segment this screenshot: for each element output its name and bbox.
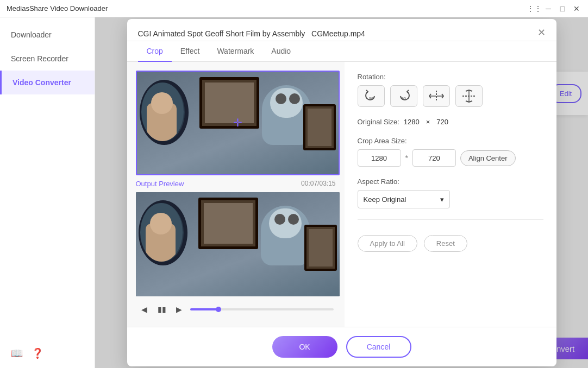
divider — [358, 219, 543, 220]
app-window: MediasShare Video Downloader ⋮⋮ ─ □ ✕ Do… — [0, 0, 588, 368]
video-area: ✛ Output Preview 00:07/03:15 — [127, 62, 345, 327]
title-bar-left: MediasShare Video Downloader — [7, 4, 108, 12]
app-content: Downloader Screen Recorder Video Convert… — [0, 17, 588, 368]
title-bar: MediasShare Video Downloader ⋮⋮ ─ □ ✕ — [0, 0, 588, 17]
video-preview-bottom — [136, 192, 340, 296]
rotate-ccw-icon: 90 — [364, 90, 379, 103]
modal-filename: CGMeetup.mp4 — [311, 29, 365, 38]
original-size-height: 720 — [436, 118, 448, 126]
sidebar-item-screen-recorder[interactable]: Screen Recorder — [0, 47, 95, 71]
progress-thumb — [216, 307, 221, 312]
aspect-ratio-section: Aspect Ratio: Keep Original ▾ — [358, 177, 543, 208]
sidebar-item-downloader[interactable]: Downloader — [0, 23, 95, 47]
crop-area-label: Crop Area Size: — [358, 137, 543, 145]
modal-footer: OK Cancel — [127, 327, 556, 366]
modal-title-prefix: CGI Animated Spot Geoff Short Film by As… — [138, 29, 305, 38]
progress-fill — [190, 308, 219, 310]
original-size-section: Original Size: 1280 × 720 — [358, 118, 543, 126]
maximize-btn[interactable]: □ — [558, 4, 567, 14]
flip-horizontal-btn[interactable] — [423, 85, 450, 107]
scene-bg: ✛ — [137, 72, 339, 174]
modal-title: CGI Animated Spot Geoff Short Film by As… — [138, 29, 365, 38]
rotate-cw-btn[interactable]: 90 — [390, 85, 417, 107]
rotation-section: Rotation: 90 — [358, 73, 543, 109]
tab-effect[interactable]: Effect — [172, 41, 209, 62]
aspect-ratio-value: Keep Original — [364, 195, 406, 204]
pause-btn[interactable]: ▮▮ — [155, 303, 168, 316]
screen-recorder-label: Screen Recorder — [11, 54, 68, 63]
sidebar: Downloader Screen Recorder Video Convert… — [0, 17, 95, 368]
modal-dialog: CGI Animated Spot Geoff Short Film by As… — [127, 19, 556, 366]
next-frame-btn[interactable]: ▶ — [173, 303, 186, 316]
apply-to-all-btn[interactable]: Apply to All — [358, 235, 417, 252]
crop-separator: * — [405, 154, 408, 162]
output-label-row: Output Preview 00:07/03:15 — [136, 177, 336, 190]
crop-crosshair[interactable]: ✛ — [233, 116, 242, 129]
close-btn[interactable]: ✕ — [572, 4, 581, 14]
crop-height-input[interactable] — [412, 149, 456, 167]
rotation-label: Rotation: — [358, 73, 543, 81]
sidebar-bottom: 📖 ❓ — [0, 339, 95, 368]
chevron-down-icon: ▾ — [440, 195, 444, 204]
flip-vertical-icon — [461, 90, 477, 103]
reset-btn[interactable]: Reset — [424, 235, 467, 252]
time-display: 00:07/03:15 — [301, 180, 335, 187]
action-buttons: Apply to All Reset — [358, 235, 543, 252]
title-bar-controls: ⋮⋮ ─ □ ✕ — [529, 4, 581, 14]
original-size-x: × — [426, 118, 430, 126]
crop-inputs: * Align Center — [358, 149, 543, 167]
modal-tabs: Crop Effect Watermark Audio — [127, 41, 556, 62]
original-size-label: Original Size: — [358, 118, 399, 126]
rotation-buttons: 90 90 — [358, 85, 543, 107]
crop-width-input[interactable] — [358, 149, 401, 167]
modal-header: CGI Animated Spot Geoff Short Film by As… — [127, 19, 556, 41]
svg-text:90: 90 — [369, 97, 373, 100]
ok-btn[interactable]: OK — [272, 336, 337, 358]
crop-area-section: Crop Area Size: * Align Center — [358, 137, 543, 169]
sidebar-item-video-converter[interactable]: Video Converter — [0, 71, 95, 94]
output-preview-label: Output Preview — [136, 180, 184, 188]
tab-crop[interactable]: Crop — [138, 41, 172, 62]
svg-text:90: 90 — [402, 97, 406, 100]
main-content: Edit Convert CGI Animated Spot Geoff Sho… — [95, 17, 588, 368]
title-bar-more-btn[interactable]: ⋮⋮ — [529, 4, 539, 14]
prev-frame-btn[interactable]: ◀ — [138, 303, 151, 316]
align-center-btn[interactable]: Align Center — [460, 150, 516, 166]
video-controls: ◀ ▮▮ ▶ — [136, 299, 336, 318]
tab-audio[interactable]: Audio — [262, 41, 299, 62]
cancel-btn[interactable]: Cancel — [346, 336, 411, 358]
book-icon[interactable]: 📖 — [11, 347, 23, 359]
modal-body: ✛ Output Preview 00:07/03:15 — [127, 62, 556, 327]
minimize-btn[interactable]: ─ — [543, 4, 553, 14]
app-title: MediasShare Video Downloader — [7, 4, 108, 12]
video-converter-label: Video Converter — [12, 78, 71, 87]
original-size-width: 1280 — [404, 118, 420, 126]
rotate-ccw-btn[interactable]: 90 — [358, 85, 385, 107]
modal-overlay: CGI Animated Spot Geoff Short Film by As… — [95, 17, 588, 368]
video-preview-crop: ✛ — [136, 71, 340, 175]
flip-vertical-btn[interactable] — [455, 85, 483, 107]
modal-close-btn[interactable]: ✕ — [537, 27, 546, 39]
progress-bar[interactable] — [190, 308, 334, 310]
flip-horizontal-icon — [429, 90, 444, 103]
aspect-ratio-select[interactable]: Keep Original ▾ — [358, 190, 450, 208]
help-icon[interactable]: ❓ — [32, 347, 43, 359]
downloader-label: Downloader — [11, 30, 52, 39]
rotate-cw-icon: 90 — [396, 90, 411, 103]
tab-watermark[interactable]: Watermark — [208, 41, 262, 62]
settings-panel: Rotation: 90 — [345, 62, 556, 327]
aspect-ratio-label: Aspect Ratio: — [358, 177, 543, 186]
